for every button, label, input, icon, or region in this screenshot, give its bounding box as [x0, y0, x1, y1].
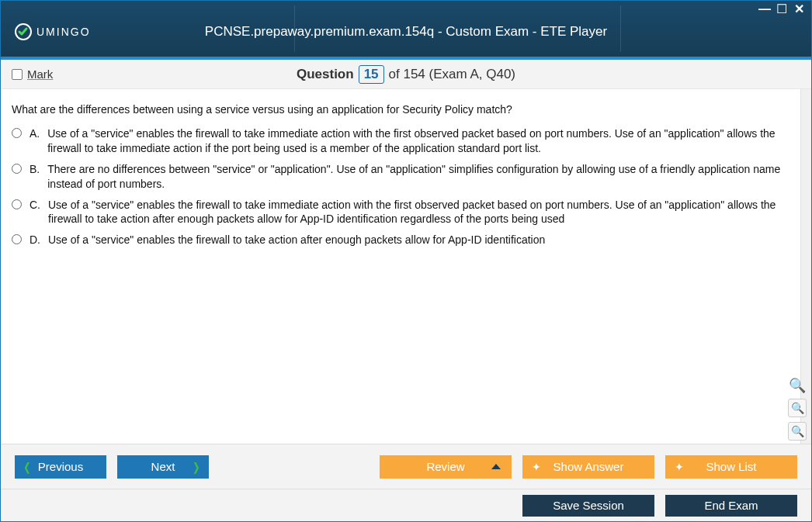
- option-a[interactable]: A. Use of a "service" enables the firewa…: [12, 126, 800, 156]
- option-letter: A.: [29, 126, 40, 141]
- question-text: What are the differences between using a…: [12, 103, 800, 116]
- triangle-up-icon: [491, 464, 501, 469]
- save-session-button[interactable]: Save Session: [522, 495, 654, 517]
- question-word: Question: [297, 67, 354, 82]
- show-list-button[interactable]: ✦ Show List: [665, 455, 797, 479]
- button-label: Previous: [38, 460, 83, 473]
- button-label: Review: [426, 460, 464, 473]
- session-toolbar: Save Session End Exam: [1, 489, 811, 521]
- puzzle-icon: ✦: [532, 461, 541, 473]
- option-c[interactable]: C. Use of a "service" enables the firewa…: [12, 198, 800, 227]
- previous-button[interactable]: ❬ Previous: [15, 455, 106, 479]
- chevron-right-icon: ❭: [192, 461, 201, 473]
- end-exam-button[interactable]: End Exam: [665, 495, 797, 517]
- chevron-left-icon: ❬: [23, 461, 32, 473]
- search-icon[interactable]: 🔍: [789, 377, 806, 394]
- radio-icon[interactable]: [12, 164, 22, 174]
- option-text: There are no differences between "servic…: [47, 162, 800, 192]
- content-area: What are the differences between using a…: [1, 89, 811, 444]
- option-b[interactable]: B. There are no differences between "ser…: [12, 162, 800, 192]
- maximize-icon[interactable]: ☐: [776, 4, 788, 15]
- button-label: Save Session: [553, 499, 624, 512]
- close-icon[interactable]: ✕: [793, 4, 805, 15]
- option-letter: C.: [29, 198, 40, 213]
- button-label: Next: [151, 460, 175, 473]
- option-text: Use of a "service" enables the firewall …: [48, 198, 800, 227]
- radio-icon[interactable]: [12, 199, 22, 209]
- zoom-tools: 🔍 🔍 🔍: [788, 377, 807, 441]
- zoom-in-button[interactable]: 🔍: [788, 399, 807, 417]
- puzzle-icon: ✦: [675, 461, 684, 473]
- mark-label: Mark: [27, 67, 53, 81]
- minimize-icon[interactable]: —: [758, 4, 771, 15]
- radio-icon[interactable]: [12, 234, 22, 244]
- show-answer-button[interactable]: ✦ Show Answer: [522, 455, 654, 479]
- option-d[interactable]: D. Use of a "service" enables the firewa…: [12, 233, 800, 247]
- question-bar: Mark Question 15 of 154 (Exam A, Q40): [1, 60, 811, 89]
- option-text: Use of a "service" enables the firewall …: [48, 233, 800, 247]
- window-title: PCNSE.prepaway.premium.exam.154q - Custo…: [1, 24, 811, 40]
- question-indicator: Question 15 of 154 (Exam A, Q40): [297, 65, 515, 84]
- review-button[interactable]: Review: [380, 455, 512, 479]
- radio-icon[interactable]: [12, 128, 22, 138]
- window-controls: — ☐ ✕: [758, 4, 805, 15]
- button-label: End Exam: [704, 499, 758, 512]
- question-number-input[interactable]: 15: [359, 65, 384, 84]
- button-label: Show Answer: [553, 460, 624, 473]
- option-letter: D.: [29, 233, 40, 247]
- zoom-out-button[interactable]: 🔍: [788, 422, 807, 441]
- next-button[interactable]: Next ❭: [117, 455, 209, 479]
- option-letter: B.: [29, 162, 40, 177]
- titlebar: UMINGO PCNSE.prepaway.premium.exam.154q …: [1, 1, 811, 57]
- option-text: Use of a "service" enables the firewall …: [47, 126, 800, 156]
- nav-toolbar: ❬ Previous Next ❭ Review ✦ Show Answer ✦…: [1, 444, 811, 489]
- button-label: Show List: [706, 460, 756, 473]
- question-total: of 154 (Exam A, Q40): [389, 67, 515, 82]
- mark-toggle[interactable]: Mark: [12, 67, 53, 81]
- checkbox-icon[interactable]: [12, 69, 23, 80]
